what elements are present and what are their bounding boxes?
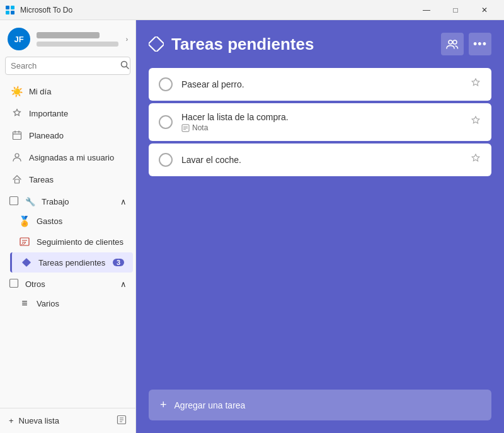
sidebar-item-mi-dia[interactable]: ☀️ Mi día (3, 81, 133, 102)
group-item-seguimiento[interactable]: Seguimiento de clientes (10, 232, 133, 252)
table-row[interactable]: Lavar el coche. (149, 143, 491, 176)
header-actions: ••• (441, 33, 491, 55)
svg-point-10 (15, 154, 19, 157)
star-icon (11, 108, 23, 119)
group-otros-items: ≡ Varios (0, 293, 135, 313)
close-button[interactable]: ✕ (470, 0, 499, 20)
group-otros-header[interactable]: Otros ∧ (0, 273, 135, 293)
more-options-button[interactable]: ••• (469, 33, 491, 55)
new-list-button[interactable]: + Nueva lista (0, 408, 135, 433)
group-trabajo-label: Trabajo (42, 197, 69, 206)
user-name-bar (37, 32, 100, 38)
title-bar-controls: — □ ✕ (412, 0, 499, 20)
group-item-tareas-pendientes[interactable]: Tareas pendientes 3 (10, 252, 133, 273)
group-icon-container (9, 196, 19, 208)
person-icon (11, 152, 23, 163)
task-note-1: Nota (181, 123, 470, 132)
calendar-icon (11, 130, 23, 141)
group-item-seguimiento-label: Seguimiento de clientes (37, 237, 123, 247)
svg-rect-6 (13, 132, 21, 140)
group-trabajo-header[interactable]: 🔧 Trabajo ∧ (0, 191, 135, 210)
svg-rect-0 (6, 6, 9, 9)
task-text-0: Pasear al perro. (181, 79, 470, 89)
app-container: JF › ☀️ Mi día (0, 20, 504, 433)
group-item-varios-label: Varios (37, 299, 59, 308)
group-otros-header-left: Otros (9, 278, 45, 290)
content-header: Tareas pendientes ••• (149, 33, 491, 55)
user-info (37, 32, 120, 47)
sidebar-item-asignadas[interactable]: Asignadas a mi usuario (3, 147, 133, 168)
group-otros-label: Otros (25, 279, 45, 289)
group-otros-chevron-icon: ∧ (120, 279, 127, 289)
diamond-title-icon (149, 37, 164, 52)
sun-icon: ☀️ (11, 86, 23, 97)
search-input[interactable] (11, 61, 117, 70)
home-icon (11, 174, 23, 185)
shared-button[interactable] (441, 33, 464, 55)
sidebar-item-importante-label: Importante (29, 109, 68, 118)
plus-icon: + (9, 416, 14, 425)
note-icon (181, 124, 190, 132)
group-item-varios[interactable]: ≡ Varios (10, 293, 133, 313)
app-title: Microsoft To Do (20, 6, 72, 14)
group-otros-box-icon (9, 278, 19, 290)
sidebar-item-tareas[interactable]: Tareas (3, 169, 133, 190)
svg-line-5 (127, 67, 129, 69)
task-star-1[interactable] (470, 115, 481, 129)
svg-rect-22 (149, 37, 164, 52)
new-list-template-icon (117, 415, 127, 427)
sidebar: JF › ☀️ Mi día (0, 20, 136, 433)
sidebar-item-importante[interactable]: Importante (3, 103, 133, 124)
list-icon: ≡ (19, 298, 30, 309)
svg-rect-3 (11, 11, 14, 14)
svg-rect-17 (10, 279, 18, 288)
task-list: Pasear al perro. Hacer la lista de la co… (149, 68, 491, 380)
note-label: Nota (192, 123, 208, 132)
task-check-1[interactable] (159, 115, 173, 129)
title-bar: Microsoft To Do — □ ✕ (0, 0, 504, 20)
search-icon (120, 60, 129, 71)
sidebar-item-tareas-label: Tareas (29, 175, 54, 184)
main-content: Tareas pendientes ••• (136, 20, 504, 433)
group-trabajo-header-left: 🔧 Trabajo (9, 196, 69, 208)
add-task-plus-icon: + (160, 398, 167, 412)
group-trabajo-chevron-icon: ∧ (120, 197, 127, 206)
table-row[interactable]: Pasear al perro. (149, 68, 491, 101)
sidebar-item-planeado-label: Planeado (29, 131, 64, 140)
user-email-bar (37, 42, 118, 47)
sidebar-item-mi-dia-label: Mi día (29, 87, 51, 96)
app-icon (5, 5, 15, 15)
task-content-2: Lavar el coche. (181, 155, 470, 165)
add-task-label: Agregar una tarea (175, 400, 246, 410)
group-trabajo-wrench-icon: 🔧 (25, 197, 35, 206)
task-star-2[interactable] (470, 153, 481, 167)
task-content-0: Pasear al perro. (181, 79, 470, 89)
page-title: Tareas pendientes (171, 35, 314, 54)
svg-rect-2 (6, 11, 9, 14)
diamond-icon-small (21, 257, 32, 268)
group-item-gastos-label: Gastos (37, 216, 62, 226)
user-profile[interactable]: JF › (0, 20, 135, 57)
svg-rect-16 (22, 258, 31, 267)
add-task-bar[interactable]: + Agregar una tarea (149, 390, 491, 420)
avatar: JF (8, 28, 30, 50)
table-row[interactable]: Hacer la lista de la compra. Nota (149, 103, 491, 141)
content-title-area: Tareas pendientes (149, 35, 314, 54)
new-list-left: + Nueva lista (9, 416, 59, 425)
task-check-0[interactable] (159, 77, 173, 91)
search-box[interactable] (5, 57, 130, 75)
nav-list: ☀️ Mi día Importante (0, 80, 135, 408)
checklist-icon (19, 236, 30, 247)
ellipsis-icon: ••• (473, 38, 487, 51)
task-check-2[interactable] (159, 153, 173, 167)
title-bar-left: Microsoft To Do (5, 5, 72, 15)
shared-icon (446, 38, 459, 50)
group-trabajo-items: 🏅 Gastos Seguimiento de clientes (0, 211, 135, 273)
sidebar-item-planeado[interactable]: Planeado (3, 125, 133, 146)
minimize-button[interactable]: — (412, 0, 441, 20)
maximize-button[interactable]: □ (441, 0, 470, 20)
svg-point-23 (449, 40, 452, 44)
task-text-1: Hacer la lista de la compra. (181, 112, 470, 122)
group-item-gastos[interactable]: 🏅 Gastos (10, 211, 133, 231)
task-star-0[interactable] (470, 77, 481, 91)
